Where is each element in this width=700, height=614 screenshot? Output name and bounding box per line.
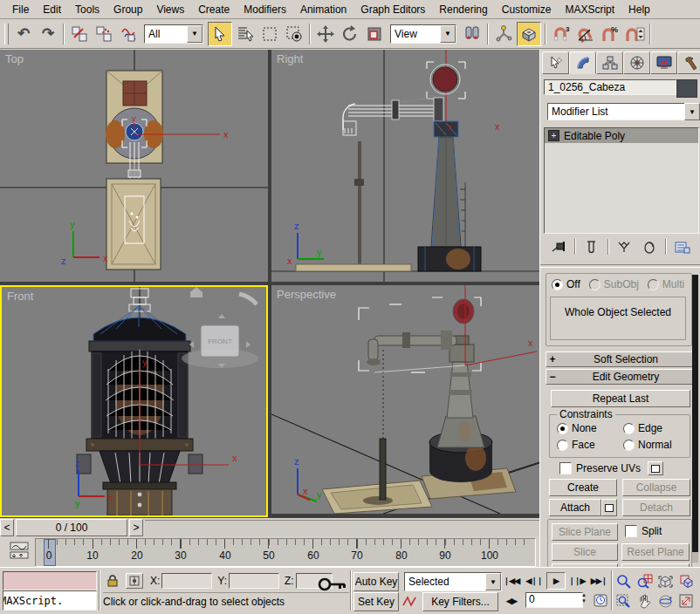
absolute-offset-mode-toggle[interactable]: [126, 573, 143, 589]
dropdown-arrow-icon[interactable]: ▼: [440, 25, 456, 43]
next-frame-button[interactable]: ❘❘▶: [568, 573, 586, 589]
select-object-button[interactable]: [208, 22, 232, 46]
slice-plane-button[interactable]: Slice Plane: [552, 523, 618, 541]
viewcube-widget[interactable]: FRONT: [182, 287, 258, 368]
attach-list-button[interactable]: [601, 499, 617, 516]
constraint-none-radio[interactable]: None: [557, 422, 597, 434]
snaps-toggle-3d-button[interactable]: 3: [550, 23, 573, 45]
make-unique-button[interactable]: [614, 238, 634, 256]
zoom-extents-all-button[interactable]: [677, 572, 696, 590]
preserve-uvs-settings-button[interactable]: [648, 461, 663, 475]
time-next-arrow[interactable]: >: [129, 519, 143, 536]
modifier-list-dropdown[interactable]: Modifier List▼: [547, 103, 700, 120]
select-by-name-button[interactable]: [234, 23, 257, 45]
menu-animation[interactable]: Animation: [293, 2, 353, 17]
dropdown-arrow-icon[interactable]: ▼: [485, 573, 501, 590]
selection-filter-dropdown[interactable]: All▼: [144, 24, 203, 44]
pin-stack-button[interactable]: [549, 238, 568, 256]
undo-button[interactable]: ↶: [12, 23, 35, 45]
time-slider-track[interactable]: [145, 520, 539, 536]
key-mode-toggle[interactable]: ◀▶: [503, 593, 520, 609]
y-coordinate-field[interactable]: [229, 573, 279, 589]
tab-display[interactable]: [650, 51, 677, 74]
go-to-start-button[interactable]: ❘◀◀: [503, 573, 520, 589]
viewport-top[interactable]: Top: [0, 50, 268, 282]
expand-icon[interactable]: +: [548, 130, 559, 141]
menu-modifiers[interactable]: Modifiers: [237, 2, 293, 17]
menu-file[interactable]: File: [5, 2, 36, 17]
viewcube-face-label[interactable]: FRONT: [208, 338, 232, 345]
constraint-normal-radio[interactable]: Normal: [623, 439, 672, 451]
time-slider-button[interactable]: 0 / 100: [16, 519, 127, 536]
maximize-viewport-toggle[interactable]: [677, 592, 696, 610]
constraint-edge-radio[interactable]: Edge: [623, 422, 662, 434]
zoom-extents-button[interactable]: [656, 572, 675, 590]
track-bar-ruler[interactable]: 0 10 20 30 40 50 60 70 80 90 100: [35, 538, 536, 567]
object-name-field[interactable]: 1_0256_Cabeza: [544, 79, 676, 95]
menu-maxscript[interactable]: MAXScript: [558, 2, 621, 17]
attach-button[interactable]: Attach: [549, 499, 601, 516]
viewport-front[interactable]: Front: [0, 285, 268, 517]
toolbar-grip[interactable]: [4, 24, 9, 44]
object-color-swatch[interactable]: [676, 79, 697, 98]
maxscript-listener-white[interactable]: MAXScript.: [3, 590, 97, 611]
percent-snap-toggle-button[interactable]: %: [599, 23, 621, 45]
keyboard-shortcut-override-toggle[interactable]: [517, 22, 541, 46]
slice-button[interactable]: Slice: [552, 543, 618, 561]
reset-plane-button[interactable]: Reset Plane: [621, 543, 690, 561]
open-mini-curve-editor-button[interactable]: [9, 540, 30, 561]
stack-item-editable-poly[interactable]: +Editable Poly: [545, 128, 698, 143]
repeat-last-button[interactable]: Repeat Last: [551, 390, 690, 407]
go-to-end-button[interactable]: ▶▶❘: [590, 573, 607, 589]
key-filters-button[interactable]: Key Filters...: [422, 592, 498, 611]
use-pivot-point-center-button[interactable]: [461, 23, 484, 45]
unlink-selection-button[interactable]: [93, 23, 115, 45]
menu-graph-editors[interactable]: Graph Editors: [353, 2, 432, 17]
rollout-soft-selection[interactable]: +Soft Selection: [546, 351, 694, 367]
viewport-perspective-label[interactable]: Perspective: [277, 288, 336, 301]
x-coordinate-field[interactable]: [161, 573, 212, 589]
reference-coordinate-dropdown[interactable]: View▼: [390, 24, 456, 44]
constraint-face-radio[interactable]: Face: [557, 439, 595, 451]
rollout-edit-geometry[interactable]: −Edit Geometry: [546, 369, 694, 385]
remove-modifier-button[interactable]: [640, 238, 659, 256]
viewport-top-label[interactable]: Top: [5, 52, 24, 65]
preview-multi-radio[interactable]: Multi: [648, 278, 684, 290]
frame-number-field[interactable]: 0: [525, 592, 583, 608]
previous-frame-button[interactable]: ◀❘❘: [525, 573, 543, 589]
zoom-region-button[interactable]: [614, 592, 633, 610]
configure-modifier-sets-button[interactable]: [673, 238, 692, 256]
play-button[interactable]: ▶: [546, 572, 566, 590]
preview-off-radio[interactable]: Off: [552, 278, 580, 290]
select-and-rotate-button[interactable]: [339, 23, 361, 45]
spinner-snap-toggle-button[interactable]: [623, 23, 646, 45]
selection-lock-toggle[interactable]: [105, 573, 120, 589]
tab-utilities[interactable]: [677, 51, 700, 74]
time-configuration-button[interactable]: [592, 591, 610, 609]
set-key-button[interactable]: Set Key: [353, 592, 399, 611]
menu-help[interactable]: Help: [621, 2, 657, 17]
viewport-right-label[interactable]: Right: [277, 52, 303, 65]
bind-to-space-warp-button[interactable]: [117, 23, 140, 45]
redo-button[interactable]: ↷: [37, 23, 59, 45]
set-keys-button[interactable]: [318, 575, 347, 594]
menu-tools[interactable]: Tools: [68, 2, 106, 17]
zoom-button[interactable]: [614, 572, 633, 590]
viewport-front-label[interactable]: Front: [7, 290, 33, 303]
auto-key-button[interactable]: Auto Key: [353, 572, 399, 591]
zoom-all-button[interactable]: [635, 572, 654, 590]
preserve-uvs-checkbox[interactable]: [559, 462, 572, 474]
menu-rendering[interactable]: Rendering: [432, 2, 494, 17]
tab-hierarchy[interactable]: [596, 51, 623, 74]
time-prev-arrow[interactable]: <: [0, 519, 14, 536]
menu-group[interactable]: Group: [106, 2, 149, 17]
tab-create[interactable]: [542, 51, 569, 74]
viewport-right[interactable]: Right: [271, 50, 539, 282]
select-and-move-button[interactable]: [314, 23, 337, 45]
create-button[interactable]: Create: [549, 479, 617, 496]
select-and-manipulate-button[interactable]: [492, 23, 515, 45]
dropdown-arrow-icon[interactable]: ▼: [684, 103, 700, 120]
panel-scrollbar[interactable]: [692, 275, 698, 563]
menu-edit[interactable]: Edit: [36, 2, 68, 17]
viewport-perspective[interactable]: Perspective: [271, 285, 539, 514]
